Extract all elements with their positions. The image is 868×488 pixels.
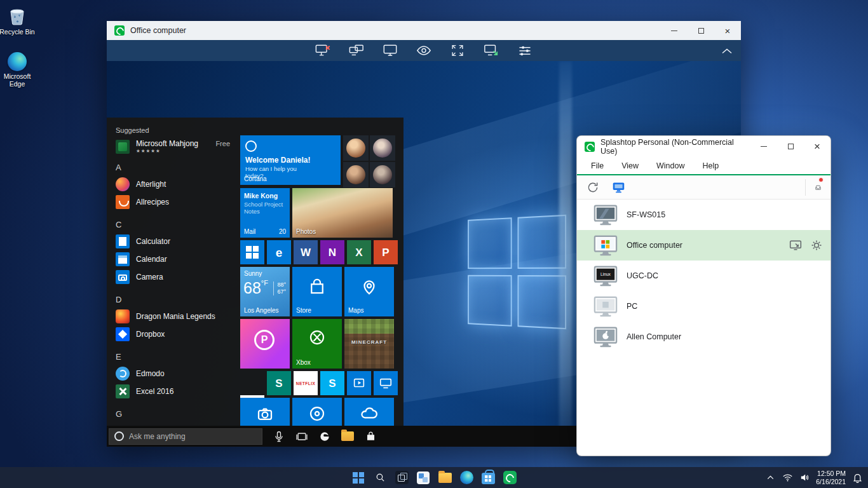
settings-gear-icon[interactable] [810, 239, 823, 252]
photos-app-tile[interactable] [292, 398, 342, 426]
people-tile[interactable] [370, 162, 395, 187]
computer-row-pc[interactable]: PC [577, 291, 831, 322]
search-icon[interactable] [372, 470, 388, 486]
cortana-search-box[interactable] [109, 428, 262, 445]
store-bag-icon [308, 277, 327, 296]
task-view-icon[interactable] [295, 430, 308, 443]
edge-icon[interactable] [458, 470, 475, 486]
letter-header[interactable]: D [116, 292, 238, 308]
clipboard-transfer-icon[interactable] [483, 44, 499, 58]
widgets-icon[interactable] [415, 470, 431, 486]
letter-header[interactable]: E [116, 349, 238, 365]
mail-tile[interactable]: Mike Kong School Project Notes Mail 20 [240, 188, 290, 238]
remote-window-titlebar[interactable]: Office computer × [107, 21, 741, 40]
hidden-icons-chevron[interactable] [764, 472, 776, 484]
session-options-icon[interactable] [517, 44, 533, 58]
maximize-button[interactable] [688, 21, 714, 40]
start-app-calculator[interactable]: Calculator [116, 233, 238, 250]
suggested-app[interactable]: Microsoft Mahjong ★★★★★ Free [116, 140, 238, 154]
clock[interactable]: 12:50 PM 6/16/2021 [816, 470, 846, 485]
edge-icon[interactable] [318, 430, 331, 443]
store-icon[interactable] [364, 430, 377, 443]
svg-text:Linux: Linux [600, 272, 611, 276]
start-app-edmodo[interactable]: Edmodo [116, 365, 238, 383]
store-icon[interactable] [480, 470, 496, 486]
minimize-button[interactable] [750, 136, 777, 157]
notifications-icon[interactable] [851, 472, 863, 484]
computer-monitor-icon [593, 296, 618, 317]
minimize-button[interactable] [661, 21, 688, 40]
maps-tile[interactable]: Maps [344, 267, 394, 316]
people-tile[interactable] [370, 135, 395, 161]
start-app-camera[interactable]: Camera [116, 268, 238, 286]
display-icon[interactable] [382, 44, 398, 58]
xbox-icon [308, 328, 327, 347]
edge-tile[interactable]: e [267, 240, 291, 264]
letter-header[interactable]: C [116, 217, 238, 233]
letter-header[interactable]: G [116, 406, 238, 422]
close-button[interactable]: × [804, 136, 831, 157]
store-tile[interactable]: Store [292, 267, 342, 316]
menu-file[interactable]: File [591, 161, 604, 170]
minecraft-tile[interactable]: MINECRAFT [344, 319, 394, 369]
people-tile[interactable] [343, 135, 369, 161]
disconnect-icon[interactable] [315, 44, 331, 58]
network-icon[interactable] [782, 472, 793, 484]
menu-help[interactable]: Help [703, 161, 719, 170]
switch-monitor-icon[interactable] [348, 44, 365, 58]
splashtop-titlebar[interactable]: Splashtop Personal (Non-Commercial Use) … [577, 136, 831, 157]
onedrive-tile[interactable] [344, 398, 394, 426]
photos-tile[interactable]: Photos [292, 188, 393, 238]
file-explorer-icon[interactable] [437, 470, 453, 486]
start-app-dropbox[interactable]: Dropbox [116, 325, 238, 343]
picsart-tile[interactable]: P [240, 319, 290, 369]
start-app-allrecipes[interactable]: Allrecipes [116, 193, 238, 211]
collapse-toolbar-icon[interactable] [719, 40, 735, 61]
start-app-afterlight[interactable]: Afterlight [116, 175, 238, 193]
start-app-excel-2016[interactable]: Excel 2016 [116, 383, 238, 400]
clock-date: 6/16/2021 [816, 478, 846, 486]
microphone-icon[interactable] [273, 430, 285, 443]
letter-header[interactable]: A [116, 159, 238, 175]
desktop: Recycle Bin Microsoft Edge Office comput… [0, 0, 868, 488]
fullscreen-icon[interactable] [449, 44, 466, 58]
camera-tile[interactable] [240, 398, 290, 426]
file-explorer-icon[interactable] [341, 430, 354, 443]
start-button[interactable] [350, 470, 367, 486]
weather-tile[interactable]: Sunny 68°F 88° 67° Los Angeles [240, 267, 290, 316]
xbox-tile[interactable]: Xbox [292, 319, 342, 369]
computer-row-allen-computer[interactable]: Allen Computer [577, 322, 831, 352]
people-tile[interactable] [343, 162, 369, 187]
start-app-dragon-mania[interactable]: Dragon Mania Legends [116, 308, 238, 325]
movies-tv-tile[interactable] [347, 371, 371, 395]
task-view-icon[interactable] [393, 470, 410, 486]
search-input[interactable] [129, 432, 257, 441]
menu-window[interactable]: Window [656, 161, 684, 170]
sway-tile[interactable]: S [267, 371, 291, 395]
excel-tile[interactable]: X [347, 240, 371, 264]
inbox-icon[interactable] [805, 179, 822, 196]
powerpoint-tile[interactable]: P [374, 240, 398, 264]
volume-icon[interactable] [799, 472, 810, 484]
computer-row-sf-ws015[interactable]: SF-WS015 [577, 200, 831, 230]
desktop-icon-recycle-bin[interactable]: Recycle Bin [0, 5, 37, 36]
computer-row-ugc-dc[interactable]: Linux UGC-DC [577, 261, 831, 291]
netflix-tile[interactable]: NETFLIX [294, 371, 318, 395]
connect-display-tile[interactable] [374, 371, 398, 395]
calendar-small-tile[interactable] [240, 240, 264, 264]
computers-icon[interactable] [610, 179, 627, 196]
cortana-tile[interactable]: Welcome Daniela! How can I help you toda… [240, 135, 341, 185]
word-tile[interactable]: W [294, 240, 318, 264]
connect-session-icon[interactable] [789, 239, 802, 252]
desktop-icon-microsoft-edge[interactable]: Microsoft Edge [0, 51, 37, 88]
skype-tile[interactable]: S [320, 371, 344, 395]
refresh-icon[interactable] [585, 179, 601, 196]
onenote-tile[interactable]: N [320, 240, 344, 264]
menu-view[interactable]: View [621, 161, 639, 170]
start-app-calendar[interactable]: Calendar [116, 250, 238, 268]
maximize-button[interactable] [777, 136, 804, 157]
computer-row-office-computer[interactable]: Office computer [577, 230, 831, 261]
splashtop-icon[interactable] [501, 470, 518, 486]
close-button[interactable]: × [714, 21, 741, 40]
view-quality-icon[interactable] [416, 44, 432, 58]
